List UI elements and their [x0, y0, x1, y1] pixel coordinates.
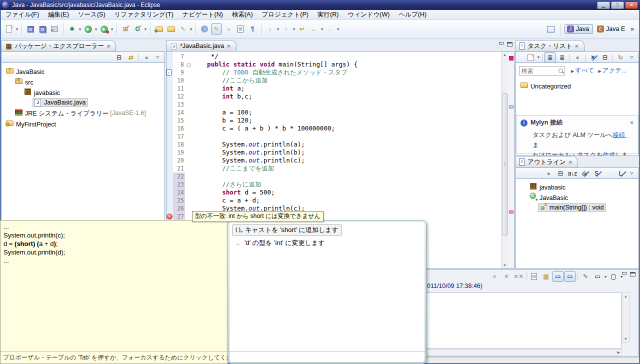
- toolbar-open-folder-icon[interactable]: [166, 24, 176, 34]
- toolbar-save-icon[interactable]: ▤: [25, 24, 36, 34]
- code-line[interactable]: 20 System.out.println(c);: [166, 156, 501, 164]
- code-text[interactable]: c = ( a + b ) * b * 100000000;: [192, 124, 335, 132]
- task_list-view-menu-icon[interactable]: ▽: [626, 53, 636, 62]
- code-line[interactable]: 14 a = 100;: [166, 108, 501, 116]
- toolbar-pin-editor-icon[interactable]: ●: [223, 24, 234, 34]
- close-button[interactable]: ✕: [625, 2, 638, 9]
- task_list-collapse-all-icon[interactable]: ⊟: [600, 52, 610, 63]
- console-show-on-stdout-icon[interactable]: ▭: [552, 271, 564, 282]
- code-line[interactable]: 21 //ここまでを追加: [166, 164, 501, 172]
- perspective-javaee-button[interactable]: E Java E: [594, 24, 629, 34]
- editor-tab-close-icon[interactable]: ✕: [226, 44, 230, 49]
- package_explorer-collapse-all-icon[interactable]: ⊟: [114, 52, 124, 63]
- code-text[interactable]: System.out.println(a);: [192, 140, 305, 148]
- overview-change-marker[interactable]: [509, 210, 514, 214]
- toolbar-new-class-wizard-dropdown[interactable]: ▾: [144, 27, 148, 32]
- scrollbar-thumb[interactable]: [502, 94, 508, 236]
- toolbar-previous-annotation-dropdown[interactable]: ▾: [292, 27, 296, 32]
- toolbar-java-folder-icon[interactable]: [154, 24, 164, 34]
- maximize-button[interactable]: □: [611, 2, 624, 9]
- toolbar-debug-icon[interactable]: ✱: [66, 24, 78, 34]
- console-remove-launch-icon[interactable]: ✕: [501, 271, 512, 282]
- outline-collapse-all-icon[interactable]: ⊟: [555, 168, 566, 179]
- package_explorer-view-menu-icon[interactable]: ▽: [152, 53, 162, 62]
- pe-tree-item[interactable]: JavaBasic: [2, 66, 164, 76]
- toolbar-run-external-tools-dropdown[interactable]: ▾: [110, 27, 114, 32]
- task_list-new-task-icon[interactable]: [525, 52, 536, 63]
- console-scroll-lock-icon[interactable]: ▦: [540, 271, 552, 282]
- toolbar-java-element-icon[interactable]: J: [199, 24, 210, 34]
- code-line[interactable]: 18 System.out.println(a);: [166, 140, 501, 148]
- code-text[interactable]: int a;: [192, 84, 244, 92]
- package_explorer-focus-tasks-icon[interactable]: ●: [141, 52, 152, 63]
- toolbar-debug-dropdown[interactable]: ▾: [78, 27, 82, 32]
- open-perspective-icon[interactable]: [546, 24, 556, 34]
- task_list-categorized-mode-icon[interactable]: ≣: [544, 52, 556, 63]
- toolbar-forward-icon[interactable]: →: [324, 24, 336, 34]
- toolbar-next-annotation-icon[interactable]: ↓: [264, 24, 276, 34]
- code-line[interactable]: 22: [166, 172, 501, 180]
- perspective-overflow-chevron[interactable]: »: [630, 26, 634, 32]
- toolbar-forward-dropdown[interactable]: ▾: [336, 27, 340, 32]
- code-line[interactable]: 13: [166, 100, 501, 108]
- toolbar-mark-occurrences-icon[interactable]: ✎: [211, 24, 222, 34]
- code-text[interactable]: //さらに追加: [192, 180, 262, 188]
- pe-tree-item[interactable]: javabasic: [2, 86, 164, 97]
- menu-item[interactable]: 編集(E): [44, 10, 74, 20]
- toolbar-show-whitespace-icon[interactable]: ¶: [247, 24, 258, 34]
- package-explorer-tab[interactable]: パッケージ・エクスプローラー ✕: [1, 40, 116, 52]
- toolbar-print-icon[interactable]: ≡: [49, 24, 60, 34]
- mylyn-close-icon[interactable]: ✕: [630, 120, 634, 126]
- menu-item[interactable]: 実行(R): [313, 10, 343, 20]
- package_explorer-link-with-editor-icon[interactable]: ⇄: [126, 52, 136, 63]
- outline-tab[interactable]: ⠿ アウトライン ✕: [516, 156, 578, 168]
- toolbar-annotate-tool-dropdown[interactable]: ▾: [189, 27, 193, 32]
- menu-item[interactable]: ファイル(F): [1, 10, 44, 20]
- toolbar-new-wizard-dropdown[interactable]: ▾: [15, 27, 19, 32]
- code-text[interactable]: //ここまでを追加: [192, 164, 274, 172]
- task_list-focus-on-workweek-icon[interactable]: ●: [572, 52, 583, 63]
- console-display-selected-console-icon[interactable]: ▭: [592, 271, 603, 282]
- code-line[interactable]: 8− public static void main(String[] args…: [166, 60, 501, 68]
- overview-error-marker[interactable]: [509, 56, 514, 60]
- task-list-filter-link[interactable]: すべて: [575, 67, 594, 74]
- mylyn-link[interactable]: 作成: [602, 152, 615, 156]
- menu-item[interactable]: プロジェクト(P): [258, 10, 313, 20]
- collapse-icon[interactable]: −: [186, 63, 191, 68]
- error-marker-icon[interactable]: ✕: [166, 214, 172, 220]
- minimize-console-icon[interactable]: [622, 272, 627, 276]
- task-list-tab[interactable]: ≡ タスク・リスト ✕: [516, 40, 584, 52]
- toolbar-last-edit-location-icon[interactable]: ↩: [296, 24, 308, 34]
- code-text[interactable]: System.out.println(c);: [192, 156, 305, 164]
- mylyn-link[interactable]: 接続: [612, 132, 625, 138]
- code-text[interactable]: System.out.println(b);: [192, 148, 305, 156]
- outline-focus-icon[interactable]: ●: [543, 168, 554, 179]
- code-text[interactable]: a = 100;: [192, 108, 252, 116]
- task-list-filter-link[interactable]: アクテ...: [602, 67, 627, 74]
- menu-item[interactable]: ヘルプ(H): [394, 10, 431, 20]
- editor-tab[interactable]: *JavaBasic.java ✕: [166, 40, 236, 52]
- ol-tree-item[interactable]: JavaBasic: [516, 192, 638, 202]
- code-line[interactable]: 24 short d = 500;: [166, 188, 501, 196]
- code-text[interactable]: short d = 500;: [192, 188, 275, 196]
- code-line[interactable]: 17: [166, 132, 501, 140]
- pe-tree-item[interactable]: src: [2, 76, 164, 86]
- code-text[interactable]: public static void main(String[] args) {: [192, 60, 358, 68]
- outline-sort-icon[interactable]: a↓z: [567, 168, 578, 179]
- outline-show-public-icon[interactable]: [603, 168, 614, 179]
- code-line[interactable]: 12 int b,c;: [166, 92, 501, 100]
- pe-tree-item[interactable]: JavaBasic.java: [2, 97, 164, 108]
- console-terminate-icon[interactable]: ■: [489, 271, 500, 282]
- code-text[interactable]: // TODO 自動生成されたメソッド・スタブ: [192, 68, 348, 76]
- code-line[interactable]: 10 //ここから追加: [166, 76, 501, 84]
- maximize-console-icon[interactable]: [630, 272, 636, 276]
- pe-tree-item[interactable]: JRE システム・ライブラリー [JavaSE-1.6]: [2, 108, 164, 118]
- outline-view-menu-icon[interactable]: ▽: [626, 169, 636, 178]
- toolbar-previous-annotation-icon[interactable]: ↑: [280, 24, 292, 34]
- outline-hide-local-types-icon[interactable]: L: [615, 168, 626, 179]
- code-line[interactable]: 19 System.out.println(b);: [166, 148, 501, 156]
- toolbar-new-wizard-icon[interactable]: [4, 24, 14, 34]
- ol-tree-item[interactable]: javabasic: [516, 181, 638, 192]
- toolbar-back-icon[interactable]: ←: [308, 24, 320, 34]
- menu-item[interactable]: ソース(S): [74, 10, 110, 20]
